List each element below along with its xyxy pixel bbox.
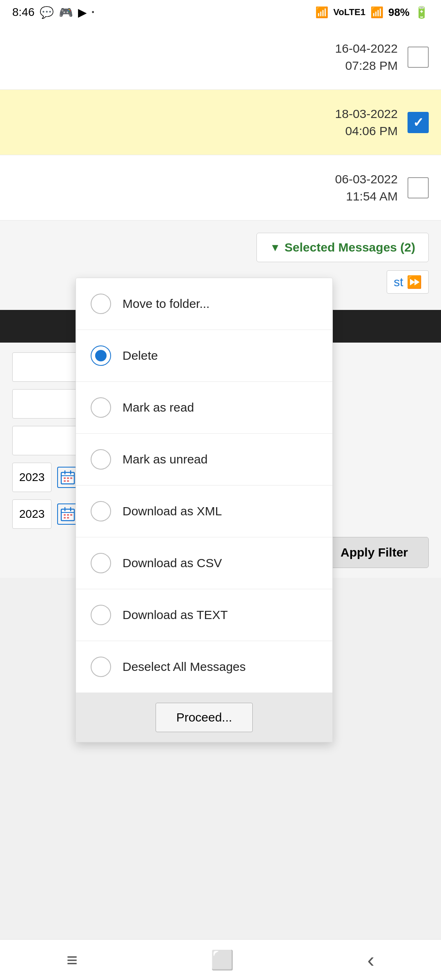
- svg-rect-16: [64, 517, 66, 519]
- message-row-3[interactable]: 06-03-2022 11:54 AM: [0, 155, 441, 220]
- dropdown-item-deselect[interactable]: Deselect All Messages: [76, 641, 332, 693]
- message-row-2[interactable]: 18-03-2022 04:06 PM: [0, 90, 441, 155]
- message-date-3: 06-03-2022: [335, 171, 398, 188]
- radio-move[interactable]: [91, 294, 111, 314]
- checkbox-1[interactable]: [408, 47, 429, 68]
- date-value-1: 2023: [19, 471, 45, 484]
- svg-rect-8: [67, 480, 69, 482]
- date-value-2: 2023: [19, 508, 45, 521]
- dropdown-label-markread: Mark as read: [122, 401, 194, 414]
- wifi-icon: 📶: [315, 6, 328, 19]
- proceed-button[interactable]: Proceed...: [156, 703, 253, 732]
- battery-icon: 🔋: [414, 6, 429, 19]
- radio-delete[interactable]: [91, 345, 111, 366]
- dropdown-item-markread[interactable]: Mark as read: [76, 382, 332, 434]
- svg-rect-7: [64, 480, 66, 482]
- youtube-icon: ▶: [78, 6, 87, 19]
- message-date-1: 16-04-2022: [335, 40, 398, 57]
- apply-filter-button[interactable]: Apply Filter: [320, 537, 429, 568]
- game-icon: 🎮: [59, 6, 73, 19]
- status-time: 8:46: [12, 6, 35, 19]
- selected-messages-button[interactable]: ▼ Selected Messages (2): [256, 233, 429, 262]
- message-meta-1: 16-04-2022 07:28 PM: [335, 40, 398, 74]
- dropdown-label-deselect: Deselect All Messages: [122, 660, 246, 674]
- status-left: 8:46 💬 🎮 ▶ •: [12, 6, 94, 19]
- dropdown-item-downloadtext[interactable]: Download as TEXT: [76, 589, 332, 641]
- back-icon[interactable]: ‹: [368, 948, 374, 972]
- dropdown-item-downloadxml[interactable]: Download as XML: [76, 486, 332, 537]
- dropdown-label-delete: Delete: [122, 349, 158, 363]
- dropdown-label-move: Move to folder...: [122, 297, 209, 311]
- dot-icon: •: [92, 8, 94, 17]
- message-time-2: 04:06 PM: [335, 122, 398, 140]
- dropdown-label-downloadxml: Download as XML: [122, 504, 222, 518]
- dropdown-item-delete[interactable]: Delete: [76, 330, 332, 382]
- proceed-row: Proceed...: [76, 693, 332, 742]
- svg-rect-14: [67, 514, 69, 516]
- volte-icon: VoLTE1: [333, 7, 365, 18]
- radio-deselect[interactable]: [91, 657, 111, 677]
- signal-icon: 📶: [370, 6, 383, 19]
- dropdown-item-downloadcsv[interactable]: Download as CSV: [76, 537, 332, 589]
- checkbox-3[interactable]: [408, 177, 429, 198]
- status-bar: 8:46 💬 🎮 ▶ • 📶 VoLTE1 📶 98% 🔋: [0, 0, 441, 24]
- svg-rect-5: [67, 477, 69, 479]
- home-icon[interactable]: ⬜: [211, 949, 234, 971]
- radio-downloadtext[interactable]: [91, 605, 111, 625]
- radio-downloadxml[interactable]: [91, 501, 111, 521]
- message-date-2: 18-03-2022: [335, 105, 398, 122]
- message-meta-3: 06-03-2022 11:54 AM: [335, 171, 398, 205]
- svg-rect-15: [70, 514, 72, 516]
- dropdown-label-markunread: Mark as unread: [122, 452, 207, 466]
- proceed-label: Proceed...: [176, 710, 232, 724]
- date-field-2[interactable]: 2023: [12, 499, 51, 529]
- svg-rect-17: [67, 517, 69, 519]
- dropdown-label-downloadcsv: Download as CSV: [122, 556, 222, 570]
- radio-markread[interactable]: [91, 397, 111, 418]
- bottom-nav: ≡ ⬜ ‹: [0, 939, 441, 980]
- radio-markunread[interactable]: [91, 449, 111, 470]
- dropdown-item-move[interactable]: Move to folder...: [76, 278, 332, 330]
- nav-forward-button[interactable]: st ⏩: [387, 270, 429, 294]
- dropdown-label-downloadtext: Download as TEXT: [122, 608, 228, 622]
- dropdown-item-markunread[interactable]: Mark as unread: [76, 434, 332, 486]
- messenger-icon: 💬: [40, 6, 54, 19]
- dropdown-arrow-icon: ▼: [270, 241, 281, 254]
- svg-rect-13: [64, 514, 66, 516]
- battery-level: 98%: [388, 6, 410, 19]
- message-time-3: 11:54 AM: [335, 188, 398, 205]
- date-field-1[interactable]: 2023: [12, 463, 51, 492]
- apply-filter-label: Apply Filter: [341, 546, 408, 559]
- message-time-1: 07:28 PM: [335, 57, 398, 74]
- radio-downloadcsv[interactable]: [91, 553, 111, 573]
- svg-rect-6: [70, 477, 72, 479]
- status-right: 📶 VoLTE1 📶 98% 🔋: [315, 6, 429, 19]
- dropdown-menu: Move to folder... Delete Mark as read Ma…: [76, 278, 333, 742]
- message-list: 16-04-2022 07:28 PM 18-03-2022 04:06 PM …: [0, 24, 441, 220]
- selected-messages-label: Selected Messages (2): [285, 241, 415, 254]
- svg-rect-4: [64, 477, 66, 479]
- checkbox-2[interactable]: [408, 112, 429, 133]
- message-row-1[interactable]: 16-04-2022 07:28 PM: [0, 24, 441, 90]
- fast-forward-icon: st ⏩: [394, 275, 422, 289]
- message-meta-2: 18-03-2022 04:06 PM: [335, 105, 398, 140]
- menu-icon[interactable]: ≡: [67, 949, 78, 971]
- selected-messages-row: ▼ Selected Messages (2): [12, 233, 429, 262]
